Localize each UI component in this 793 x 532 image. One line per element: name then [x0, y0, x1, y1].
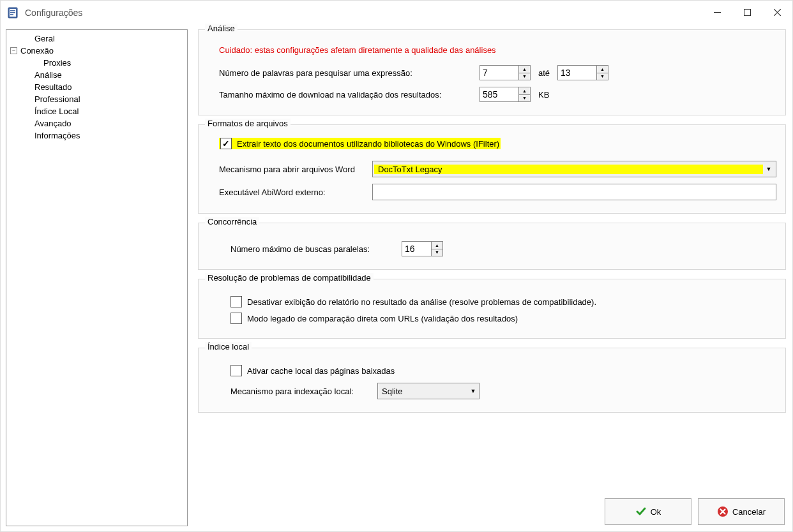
legacy-compare-label: Modo legado de comparação direta com URL… [247, 314, 518, 323]
tree-item-analise[interactable]: Análise [8, 69, 186, 81]
dialog-buttons: Ok Cancelar [198, 493, 786, 526]
cancel-button[interactable]: Cancelar [698, 498, 785, 525]
chevron-down-icon[interactable]: ▼ [763, 161, 774, 177]
spinner-down-icon[interactable]: ▼ [519, 95, 530, 102]
svg-rect-5 [714, 12, 721, 13]
kb-label: KB [538, 90, 549, 100]
close-button[interactable] [762, 3, 792, 22]
group-title-concorrencia: Concorrência [205, 217, 259, 226]
disable-report-label: Desativar exibição do relatório no resul… [247, 297, 596, 307]
spinner-down-icon[interactable]: ▼ [432, 249, 442, 256]
local-cache-checkbox[interactable] [230, 365, 242, 376]
group-title-formatos: Formatos de arquivos [205, 119, 291, 128]
cancel-icon [717, 506, 729, 517]
titlebar: Configurações [1, 1, 792, 24]
tree-item-conexao[interactable]: −Conexão [8, 45, 186, 57]
tree-item-geral[interactable]: Geral [8, 33, 186, 45]
wordmech-value: DocToTxt Legacy [374, 165, 763, 174]
spinner-up-icon[interactable]: ▲ [519, 66, 530, 73]
words-from-spinner[interactable]: ▲▼ [480, 65, 531, 80]
maxsearch-input[interactable] [402, 242, 431, 256]
svg-rect-4 [10, 14, 13, 15]
tree-item-avancado[interactable]: Avançado [8, 117, 186, 129]
words-to-spinner[interactable]: ▲▼ [557, 65, 608, 80]
maxdl-input[interactable] [480, 87, 518, 101]
tree-item-resultado[interactable]: Resultado [8, 81, 186, 93]
maxdl-label: Tamanho máximo de download na validação … [219, 90, 474, 100]
words-to-input[interactable] [558, 66, 596, 80]
group-title-indice: Índice local [205, 342, 252, 351]
indexmech-combo[interactable]: Sqlite ▼ [377, 383, 480, 399]
maxsearch-spinner[interactable]: ▲▼ [402, 241, 443, 256]
chevron-down-icon[interactable]: ▼ [467, 383, 479, 399]
spinner-up-icon[interactable]: ▲ [432, 242, 442, 249]
group-indice: Índice local Ativar cache local das pági… [198, 348, 786, 413]
words-label: Número de palavras para pesquisar uma ex… [219, 68, 474, 78]
maxdl-spinner[interactable]: ▲▼ [480, 87, 531, 102]
content-panel: Análise Cuidado: estas configurações afe… [198, 29, 787, 526]
spinner-down-icon[interactable]: ▼ [597, 73, 608, 80]
minimize-button[interactable] [702, 3, 732, 22]
spinner-up-icon[interactable]: ▲ [519, 87, 530, 95]
ifilter-checkbox[interactable] [220, 138, 232, 149]
group-analise: Análise Cuidado: estas configurações afe… [198, 29, 786, 115]
group-formatos: Formatos de arquivos Extrair texto dos d… [198, 124, 786, 214]
abiword-label: Executável AbiWord externo: [219, 188, 366, 197]
abiword-input[interactable] [372, 184, 776, 200]
dialog-body: Geral −Conexão Proxies Análise Resultado… [1, 24, 792, 531]
maxsearch-label: Número máximo de buscas paralelas: [230, 244, 396, 254]
spinner-up-icon[interactable]: ▲ [597, 66, 608, 73]
ifilter-label: Extrair texto dos documentos utilizando … [237, 139, 499, 149]
warning-text: Cuidado: estas configurações afetam dire… [219, 45, 776, 55]
wordmech-combo[interactable]: DocToTxt Legacy ▼ [372, 161, 776, 177]
tree-item-informacoes[interactable]: Informações [8, 129, 186, 142]
svg-rect-2 [10, 10, 15, 11]
indexmech-label: Mecanismo para indexação local: [230, 387, 371, 396]
app-icon [7, 7, 19, 18]
tree-item-indice-local[interactable]: Índice Local [8, 105, 186, 117]
local-cache-label: Ativar cache local das páginas baixadas [247, 366, 395, 376]
tree-item-professional[interactable]: Professional [8, 93, 186, 105]
indexmech-value: Sqlite [378, 387, 467, 396]
nav-tree: Geral −Conexão Proxies Análise Resultado… [6, 29, 188, 526]
spinner-down-icon[interactable]: ▼ [519, 73, 530, 80]
window-title: Configurações [25, 8, 82, 18]
disable-report-checkbox[interactable] [230, 296, 242, 307]
legacy-compare-checkbox[interactable] [230, 313, 242, 324]
group-concorrencia: Concorrência Número máximo de buscas par… [198, 223, 786, 270]
group-title-analise: Análise [205, 24, 238, 33]
group-title-compat: Resolução de problemas de compatibilidad… [205, 273, 374, 283]
svg-rect-6 [744, 10, 751, 16]
window-controls [702, 3, 792, 22]
group-compat: Resolução de problemas de compatibilidad… [198, 279, 786, 339]
collapse-icon[interactable]: − [10, 47, 17, 54]
words-from-input[interactable] [480, 66, 518, 80]
settings-window: Configurações Geral −Conexão Proxies Aná… [0, 0, 793, 532]
wordmech-label: Mecanismo para abrir arquivos Word [219, 165, 366, 174]
svg-rect-3 [10, 12, 15, 13]
until-label: até [538, 68, 550, 78]
check-icon [635, 506, 647, 517]
ok-button[interactable]: Ok [605, 498, 691, 525]
maximize-button[interactable] [732, 3, 762, 22]
tree-item-proxies[interactable]: Proxies [8, 57, 186, 69]
